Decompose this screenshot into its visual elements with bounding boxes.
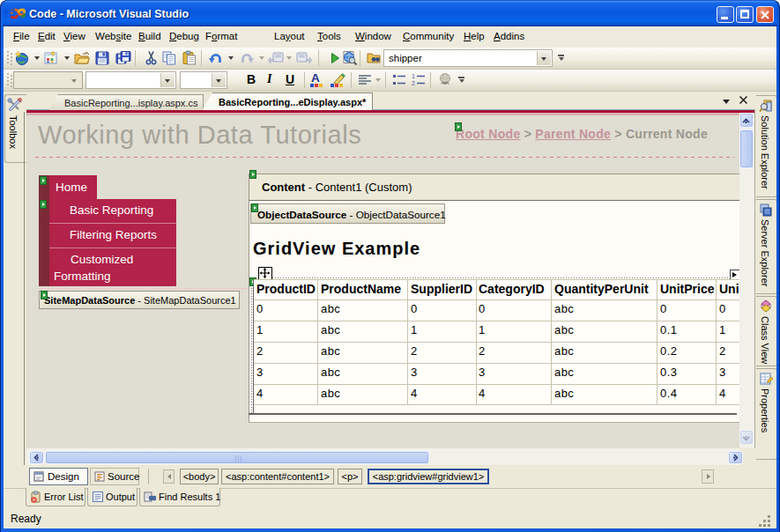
svg-text:2: 2: [412, 80, 415, 86]
svg-text:1: 1: [412, 73, 415, 79]
